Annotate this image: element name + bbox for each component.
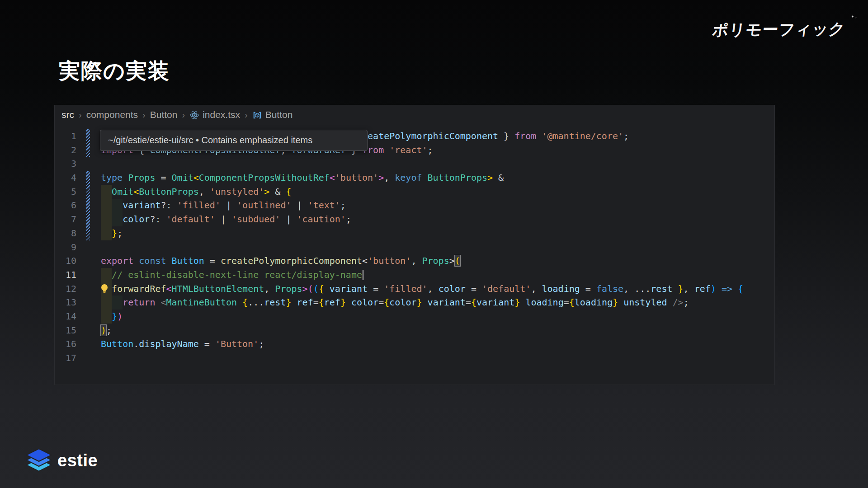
line-number: 10 [55,254,76,268]
estie-logo-text: estie [57,451,98,470]
line-number: 2 [55,143,76,157]
code-line[interactable]: 12 forwardRef<HTMLButtonElement, Props>(… [55,282,774,296]
path-tooltip: ~/git/estie/estie-ui/src • Contains emph… [100,130,368,151]
code-line[interactable]: 10export const Button = createPolymorphi… [55,254,774,268]
symbol-icon [252,110,262,120]
code-line[interactable]: 17 [55,351,774,365]
code-lines[interactable]: 1import { Button as MantineButton, Butto… [55,129,774,385]
code-line[interactable]: 3 [55,157,774,171]
breadcrumb-separator: › [177,110,189,120]
code-line[interactable]: 11 // eslint-disable-next-line react/dis… [55,268,774,282]
breadcrumb-item-index-tsx[interactable]: index.tsx [203,109,240,120]
code-text: Omit<ButtonProps, 'unstyled'> & { [76,185,292,199]
code-text [76,157,101,171]
line-number: 15 [55,324,76,338]
code-line[interactable]: 8 }; [55,226,774,240]
code-line[interactable]: 6 variant?: 'filled' | 'outlined' | 'tex… [55,198,774,212]
code-text: forwardRef<HTMLButtonElement, Props>(({ … [76,282,743,296]
code-text: ); [76,324,112,338]
breadcrumb-separator: › [138,110,150,120]
code-text: }) [76,310,123,324]
line-number: 4 [55,171,76,185]
line-number: 5 [55,185,76,199]
estie-logo: estie [26,449,98,472]
code-line[interactable]: 16Button.displayName = 'Button'; [55,337,774,351]
code-text: return <MantineButton {...rest} ref={ref… [76,296,689,310]
code-line[interactable]: 9 [55,240,774,254]
page-title: 実際の実装 [59,57,170,85]
breadcrumb-separator: › [240,110,252,120]
text-cursor [363,270,363,280]
breadcrumb-item-components[interactable]: components [86,109,138,120]
code-text: type Props = Omit<ComponentPropsWithoutR… [76,171,504,185]
code-text: export const Button = createPolymorphicC… [76,254,460,268]
breadcrumb-item-button-symbol[interactable]: Button [265,109,293,120]
code-line[interactable]: 13 return <MantineButton {...rest} ref={… [55,296,774,310]
breadcrumb-item-button-folder[interactable]: Button [150,109,178,120]
code-text: // eslint-disable-next-line react/displa… [76,268,363,282]
code-line[interactable]: 5 Omit<ButtonProps, 'unstyled'> & { [55,185,774,199]
line-number: 16 [55,337,76,351]
code-line[interactable]: 4type Props = Omit<ComponentPropsWithout… [55,171,774,185]
line-number: 8 [55,226,76,240]
code-area[interactable]: 1import { Button as MantineButton, Butto… [55,129,774,385]
code-line[interactable]: 7 color?: 'default' | 'subdued' | 'cauti… [55,212,774,226]
editor-panel: src › components › Button › index.tsx › [54,105,775,385]
react-icon [189,110,199,120]
brand-logo-polymorphic: ポリモーフィック [711,19,847,41]
estie-logo-icon [26,449,52,472]
line-number: 17 [55,351,76,365]
line-number: 7 [55,212,76,226]
code-text [76,240,101,254]
code-text [76,351,101,365]
line-number: 6 [55,198,76,212]
line-number: 14 [55,310,76,324]
code-text: color?: 'default' | 'subdued' | 'caution… [76,212,351,226]
code-text: Button.displayName = 'Button'; [76,337,264,351]
code-text: variant?: 'filled' | 'outlined' | 'text'… [76,198,346,212]
line-number: 12 [55,282,76,296]
code-line[interactable]: 14 }) [55,310,774,324]
line-number: 9 [55,240,76,254]
code-line[interactable]: 15); [55,324,774,338]
breadcrumb-separator: › [74,110,86,120]
line-number: 3 [55,157,76,171]
line-number: 1 [55,129,76,143]
breadcrumb-item-src[interactable]: src [61,109,74,120]
breadcrumb: src › components › Button › index.tsx › [55,105,774,124]
line-number: 11 [55,268,76,282]
slide: ポリモーフィック 実際の実装 src › components › Button… [0,0,868,488]
line-number: 13 [55,296,76,310]
code-text: }; [76,226,123,240]
